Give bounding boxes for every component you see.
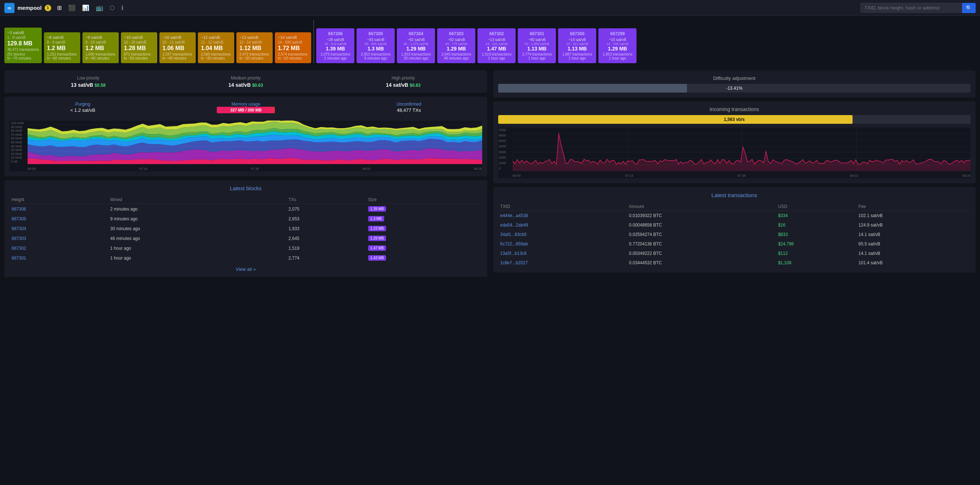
incoming-canvas	[513, 127, 971, 171]
tx-usd-2: $833	[776, 230, 856, 239]
block-txs-3: 2,645	[286, 234, 366, 243]
confirmed-block-4[interactable]: 667302 ~13 sat/vB13 - 241 sat/vB 1.47 MB…	[477, 28, 515, 63]
incoming-rate-label: 1,563 vb/s	[724, 117, 745, 122]
logo-text: mempool	[18, 5, 42, 11]
chart-y-labels: 100 MvB90 MvB80 MvB70 MvB60 MvB50 MvB40 …	[10, 121, 25, 164]
pending-block-1[interactable]: ~8 sat/vB 8 - 9 sat/vB 1.2 MB 1,252 tran…	[44, 32, 80, 63]
left-column: Low priority 13 sat/vB $0.58 Medium prio…	[4, 70, 487, 277]
mempool-panel: Purging < 1.2 sat/vB Memory usage 327 MB…	[4, 97, 487, 177]
search-input[interactable]	[861, 3, 962, 13]
incoming-title: Incoming transactions	[498, 107, 971, 112]
tx-usd-0: $334	[776, 211, 856, 221]
confirmed-block-5[interactable]: 667301 ~90 sat/vB53 - 1,809 sat/vB 1.13 …	[518, 28, 556, 63]
tx-id-2[interactable]: 34af1...83cb5	[500, 232, 527, 237]
main-content: Low priority 13 sat/vB $0.58 Medium prio…	[0, 67, 980, 281]
block-txs-0: 2,075	[286, 204, 366, 214]
low-priority-label: Low priority	[71, 76, 105, 81]
tx-id-3[interactable]: 6c722...659ab	[500, 242, 528, 246]
block-height-0[interactable]: 667306	[12, 207, 26, 211]
chart-icon[interactable]: 📊	[82, 4, 89, 11]
tv-icon[interactable]: 📺	[96, 4, 103, 11]
col-txid: TXID	[498, 203, 627, 211]
high-priority: High priority 14 sat/vB $0.63	[386, 76, 420, 88]
right-column: Difficulty adjustment -13.41% Incoming t…	[493, 70, 976, 277]
pending-block-0[interactable]: ~3 sat/vB 1 - 8 sat/vB 129.8 MB 30,471 t…	[4, 28, 42, 63]
nav-logo[interactable]: m mempool 1	[4, 3, 51, 13]
fee-stats: Low priority 13 sat/vB $0.58 Medium prio…	[10, 76, 482, 88]
pending-block-4[interactable]: ~10 sat/vB 10 - 11 sat/vB 1.06 MB 1,597 …	[159, 32, 196, 63]
block-row-2: 667304 30 minutes ago 1,933 1.23 MB	[10, 224, 482, 234]
tx-id-4[interactable]: 13a5f...b13c8	[500, 251, 527, 256]
col-height: Height	[10, 196, 108, 204]
block-row-4: 667302 1 hour ago 1,519 1.47 MB	[10, 243, 482, 253]
block-height-3[interactable]: 667303	[12, 236, 26, 241]
purging-stat: Purging < 1.2 sat/vB	[70, 102, 95, 117]
pending-block-2[interactable]: ~9 sat/vB 9 - 10 sat/vB 1.2 MB 1,680 tra…	[83, 32, 119, 63]
incoming-rate-fill	[498, 115, 853, 124]
low-priority-value: 13 sat/vB $0.58	[71, 82, 105, 88]
block-height-5[interactable]: 667301	[12, 256, 26, 261]
tx-fee-0: 102.1 sat/vB	[856, 211, 970, 221]
tx-fee-5: 101.4 sat/vB	[856, 258, 970, 267]
view-all-blocks[interactable]: View all »	[10, 266, 482, 272]
nav-badge: 1	[45, 5, 51, 11]
tx-id-5[interactable]: 1c8e7...b2027	[500, 260, 528, 266]
latest-blocks-panel: Latest blocks Height Mined TXs Size 6673…	[4, 180, 487, 277]
block-height-4[interactable]: 667302	[12, 246, 26, 251]
tx-id-1[interactable]: eda54...2ab49	[500, 223, 528, 227]
confirmed-block-0[interactable]: 667306 ~28 sat/vB16 - 623 sat/vB 1.39 MB…	[316, 28, 355, 63]
tx-row-1: eda54...2ab49 0.00048658 BTC $16 124.9 s…	[498, 220, 971, 230]
col-txs: TXs	[286, 196, 366, 204]
difficulty-title: Difficulty adjustment	[498, 76, 971, 81]
block-height-1[interactable]: 667305	[12, 216, 26, 221]
block-mined-1: 9 minutes ago	[108, 214, 286, 224]
block-txs-4: 1,519	[286, 243, 366, 253]
network-icon[interactable]: ⬡	[110, 4, 115, 11]
search-button[interactable]: 🔍	[962, 3, 976, 13]
incoming-chart-area: 70006000500040003000200010000 06:5007:14…	[498, 127, 971, 178]
block-size-2: 1.23 MB	[366, 224, 482, 234]
confirmed-block-7[interactable]: 667299 ~15 sat/vB14 - 700 sat/vB 1.29 MB…	[598, 28, 636, 63]
unconfirmed-stat: Unconfirmed 48,477 TXs	[396, 102, 421, 117]
col-amount: Amount	[627, 203, 776, 211]
block-divider	[313, 20, 314, 63]
block-height-2[interactable]: 667304	[12, 226, 26, 231]
memory-stat: Memory usage 327 MB / 300 MB	[217, 102, 275, 117]
pending-block-5[interactable]: ~12 sat/vB 11 - 12 sat/vB 1.04 MB 2,560 …	[198, 32, 234, 63]
tx-amount-5: 0.03444532 BTC	[627, 258, 776, 267]
info-icon[interactable]: ℹ	[121, 4, 124, 11]
tx-usd-3: $24,786	[776, 239, 856, 249]
high-priority-value: 14 sat/vB $0.63	[386, 82, 420, 88]
block-row-3: 667303 46 minutes ago 2,645 1.29 MB	[10, 234, 482, 243]
pending-block-6[interactable]: ~13 sat/vB 12 - 14 sat/vB 1.12 MB 2,472 …	[236, 32, 273, 63]
pending-block-7[interactable]: ~14 sat/vB 14 - 690 sat/vB 1.72 MB 2,574…	[275, 32, 311, 63]
latest-blocks-title: Latest blocks	[10, 185, 482, 191]
confirmed-block-2[interactable]: 667304 ~92 sat/vB65 - 1,370 sat/vB 1.29 …	[397, 28, 435, 63]
difficulty-value: -13.41%	[726, 86, 743, 91]
tx-row-2: 34af1...83cb5 0.02594274 BTC $833 14.1 s…	[498, 230, 971, 239]
dashboard-icon[interactable]: ⊞	[57, 4, 62, 11]
tx-amount-0: 0.01039322 BTC	[627, 211, 776, 221]
confirmed-block-6[interactable]: 667300 ~14 sat/vB13 - 311 sat/vB 1.13 MB…	[558, 28, 596, 63]
block-size-1: 1.3 MB	[366, 214, 482, 224]
view-all-link[interactable]: View all »	[235, 266, 256, 272]
latest-tx-title: Latest transactions	[498, 192, 971, 198]
high-priority-label: High priority	[386, 76, 420, 81]
incoming-y-labels: 70006000500040003000200010000	[498, 127, 507, 171]
col-mined: Mined	[108, 196, 286, 204]
confirmed-block-1[interactable]: 667305 ~93 sat/vB55 - 955 sat/vB 1.3 MB …	[356, 28, 395, 63]
navbar: m mempool 1 ⊞ ⬛ 📊 📺 ⬡ ℹ 🔍	[0, 0, 980, 16]
block-txs-1: 2,653	[286, 214, 366, 224]
col-fee: Fee	[856, 203, 970, 211]
mempool-canvas	[28, 121, 482, 164]
tx-id-0[interactable]: e444e...a4538	[500, 213, 528, 218]
confirmed-block-3[interactable]: 667303 ~92 sat/vB65 - 775 sat/vB 1.29 MB…	[437, 28, 475, 63]
pending-block-3[interactable]: ~10 sat/vB 10 - 10 sat/vB 1.28 MB 871 tr…	[121, 32, 157, 63]
difficulty-bar-fill	[498, 84, 687, 92]
block-size-0: 1.39 MB	[366, 204, 482, 214]
block-size-3: 1.29 MB	[366, 234, 482, 243]
block-txs-5: 2,774	[286, 253, 366, 263]
blocks-icon[interactable]: ⬛	[68, 4, 76, 11]
memory-bar: 327 MB / 300 MB	[217, 107, 275, 113]
difficulty-panel: Difficulty adjustment -13.41%	[493, 70, 976, 98]
